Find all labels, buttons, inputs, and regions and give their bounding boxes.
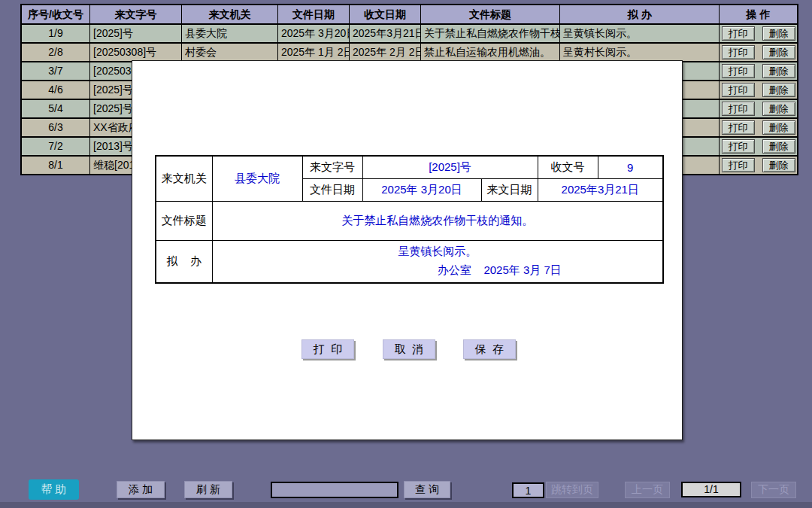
action-label: 拟 办: [156, 240, 212, 283]
agency-label: 来文机关: [156, 156, 212, 201]
dialog-save-button[interactable]: 保 存: [463, 339, 516, 359]
recv-no-label: 收文号: [538, 156, 598, 178]
print-button[interactable]: 打印: [722, 139, 755, 154]
help-button[interactable]: 帮 助: [29, 479, 79, 500]
cell-title: 关于禁止私自燃烧农作物干枝的通知。: [421, 25, 559, 42]
delete-button[interactable]: 删除: [762, 26, 795, 41]
print-button[interactable]: 打印: [722, 45, 755, 59]
next-page-button[interactable]: 下一页: [751, 482, 796, 498]
print-button[interactable]: 打印: [722, 102, 755, 116]
cell-operations: 打印 删除: [720, 138, 797, 155]
agency-value: 县委大院: [212, 156, 302, 201]
cell-operations: 打印 删除: [720, 62, 797, 80]
title-value: 关于禁止私自燃烧农作物干枝的通知。: [212, 201, 663, 240]
cell-serial: 5/4: [22, 100, 89, 117]
document-detail-dialog: 来文机关 县委大院 来文字号 [2025]号 收文号 9 文件日期 2025年 …: [132, 60, 683, 440]
delete-button[interactable]: 删除: [762, 45, 795, 59]
cell-serial: 8/1: [22, 157, 89, 174]
cell-agency: 县委大院: [182, 25, 277, 42]
cell-action: 呈黄镇长阅示。: [560, 25, 719, 42]
delete-button[interactable]: 删除: [762, 102, 795, 116]
doc-date-value: 2025年 3月20日: [362, 178, 481, 201]
add-button[interactable]: 添 加: [117, 481, 165, 498]
bottom-edge-strip: [0, 502, 812, 508]
delete-button[interactable]: 删除: [762, 158, 795, 172]
doc-date-label: 文件日期: [302, 178, 362, 201]
action-signature: 办公室 2025年 3月 7日: [217, 263, 659, 278]
cell-title: 禁止私自运输农用机燃油。: [421, 44, 559, 61]
table-row: 2/8 [20250308]号 村委会 2025年 1月 2日 2025年 2月…: [22, 44, 797, 61]
cell-operations: 打印 删除: [720, 44, 797, 61]
cell-doc-no: [2025]号: [90, 25, 181, 42]
doc-no-label: 来文字号: [302, 156, 362, 178]
print-button[interactable]: 打印: [722, 64, 755, 78]
doc-no-value: [2025]号: [362, 156, 538, 178]
col-header-doc-date: 文件日期: [278, 5, 349, 23]
delete-button[interactable]: 删除: [762, 139, 795, 154]
action-text: 呈黄镇长阅示。: [217, 245, 659, 259]
col-header-title: 文件标题: [421, 5, 559, 23]
document-detail-form: 来文机关 县委大院 来文字号 [2025]号 收文号 9 文件日期 2025年 …: [155, 155, 664, 284]
cell-operations: 打印 删除: [720, 25, 797, 42]
cell-operations: 打印 删除: [720, 81, 797, 99]
search-input[interactable]: [271, 482, 398, 498]
action-value: 呈黄镇长阅示。 办公室 2025年 3月 7日: [212, 240, 663, 283]
dialog-cancel-button[interactable]: 取 消: [383, 339, 435, 359]
page-indicator: 1/1: [681, 482, 741, 497]
print-button[interactable]: 打印: [722, 26, 755, 41]
cell-serial: 4/6: [22, 81, 89, 99]
page-number-input[interactable]: [512, 482, 544, 498]
print-button[interactable]: 打印: [722, 120, 755, 135]
col-header-serial: 序号/收文号: [22, 5, 89, 23]
cell-serial: 6/3: [22, 119, 89, 136]
print-button[interactable]: 打印: [722, 158, 755, 172]
delete-button[interactable]: 删除: [762, 83, 795, 97]
col-header-doc-no: 来文字号: [90, 5, 181, 23]
col-header-action: 拟 办: [560, 5, 719, 23]
table-row: 1/9 [2025]号 县委大院 2025年 3月20日 2025年3月21日 …: [22, 25, 797, 42]
col-header-agency: 来文机关: [182, 5, 277, 23]
cell-action: 呈黄村长阅示。: [560, 44, 719, 61]
cell-recv-date: 2025年 2月 2日: [350, 44, 420, 61]
cell-serial: 7/2: [22, 138, 89, 155]
cell-doc-date: 2025年 1月 2日: [278, 44, 349, 61]
cell-serial: 3/7: [22, 62, 89, 80]
print-button[interactable]: 打印: [722, 83, 755, 97]
cell-doc-no: [20250308]号: [90, 44, 181, 61]
cell-recv-date: 2025年3月21日: [350, 25, 420, 42]
cell-operations: 打印 删除: [720, 157, 797, 174]
delete-button[interactable]: 删除: [762, 64, 795, 78]
recv-date-value: 2025年3月21日: [538, 178, 663, 201]
title-label: 文件标题: [156, 201, 212, 240]
table-header-row: 序号/收文号 来文字号 来文机关 文件日期 收文日期 文件标题 拟 办 操 作: [22, 5, 797, 23]
cell-operations: 打印 删除: [720, 100, 797, 117]
cell-operations: 打印 删除: [720, 119, 797, 136]
prev-page-button[interactable]: 上一页: [625, 482, 670, 498]
cell-agency: 村委会: [182, 44, 277, 61]
cell-serial: 1/9: [22, 25, 89, 42]
refresh-button[interactable]: 刷 新: [184, 481, 232, 498]
delete-button[interactable]: 删除: [762, 120, 795, 135]
cell-doc-date: 2025年 3月20日: [278, 25, 349, 42]
goto-page-button[interactable]: 跳转到页: [546, 482, 598, 498]
cell-serial: 2/8: [22, 44, 89, 61]
dialog-print-button[interactable]: 打 印: [301, 339, 354, 359]
recv-date-label: 来文日期: [481, 178, 538, 201]
query-button[interactable]: 查 询: [404, 481, 450, 498]
recv-no-value: 9: [598, 156, 663, 178]
col-header-ops: 操 作: [720, 5, 797, 23]
col-header-recv-date: 收文日期: [350, 5, 420, 23]
